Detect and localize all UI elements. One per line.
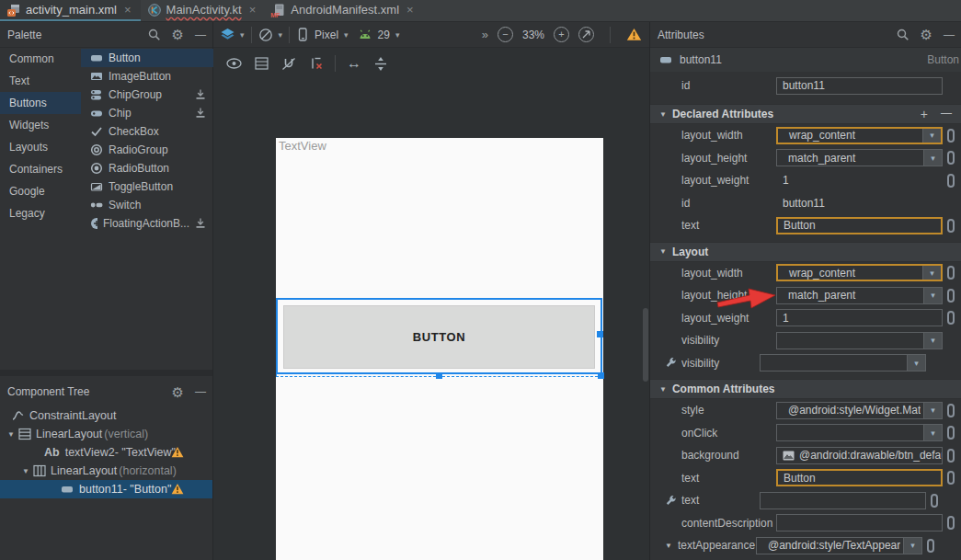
layout-height-dropdown[interactable]: match_parent▾: [776, 287, 943, 304]
chevron-down-icon[interactable]: ▼: [20, 467, 31, 475]
toolbar-overflow-icon[interactable]: »: [482, 28, 488, 41]
palette-category-legacy[interactable]: Legacy: [0, 202, 81, 224]
tab-activity-main-xml[interactable]: activity_main.xml ×: [0, 0, 141, 21]
device-artboard[interactable]: TextView BUTTON: [276, 138, 603, 560]
close-icon[interactable]: ×: [249, 3, 257, 17]
api-level-dropdown[interactable]: 29 ▾: [358, 29, 400, 41]
background-input[interactable]: @android:drawable/btn_defau: [776, 447, 943, 464]
resize-handle-right[interactable]: [597, 331, 603, 337]
text-input[interactable]: Button: [776, 469, 943, 486]
tab-androidmanifest-xml[interactable]: MF AndroidManifest.xml ×: [265, 0, 422, 21]
tree-item-constraintlayout[interactable]: ConstraintLayout: [0, 406, 212, 425]
resize-handle-corner[interactable]: [598, 372, 604, 379]
canvas-button[interactable]: BUTTON: [283, 305, 595, 369]
id-input[interactable]: button11: [776, 77, 943, 95]
clear-constraints-icon[interactable]: [309, 57, 324, 70]
search-icon[interactable]: [897, 29, 910, 41]
flag-icon[interactable]: [947, 449, 955, 463]
palette-item-switch[interactable]: Switch: [81, 196, 213, 214]
tools-text-input[interactable]: [760, 492, 926, 509]
palette-category-google[interactable]: Google: [0, 180, 81, 202]
resize-handle-bottom[interactable]: [436, 372, 442, 379]
layout-width-dropdown[interactable]: wrap_content▾: [776, 127, 943, 144]
flag-icon[interactable]: [947, 471, 955, 485]
palette-item-radiogroup[interactable]: RadioGroup: [81, 141, 213, 159]
layout-weight-value[interactable]: 1: [776, 172, 943, 189]
zoom-to-fit-button[interactable]: [578, 27, 594, 42]
tree-item-linearlayout-horizontal[interactable]: ▼ LinearLayout(horizontal): [0, 462, 212, 480]
flag-icon[interactable]: [947, 516, 955, 530]
flag-icon[interactable]: [931, 494, 938, 508]
text-appearance-dropdown[interactable]: @android:style/TextAppear▾: [756, 537, 922, 554]
search-icon[interactable]: [148, 29, 161, 41]
minimize-icon[interactable]: —: [195, 29, 205, 41]
palette-item-radiobutton[interactable]: RadioButton: [81, 159, 213, 177]
flag-icon[interactable]: [947, 266, 955, 280]
palette-item-imagebutton[interactable]: ImageButton: [81, 67, 213, 86]
flag-icon[interactable]: [947, 151, 955, 165]
text-input[interactable]: Button: [776, 217, 943, 234]
autoconnect-off-icon[interactable]: [281, 57, 296, 71]
palette-item-chip[interactable]: Chip: [81, 104, 213, 122]
palette-category-text[interactable]: Text: [0, 70, 81, 92]
palette-item-floatingactionbutton[interactable]: FloatingActionB...: [81, 214, 213, 233]
flag-icon[interactable]: [947, 426, 955, 440]
palette-item-button[interactable]: Button: [81, 49, 213, 67]
close-icon[interactable]: ×: [406, 3, 414, 17]
visibility-dropdown[interactable]: ▾: [776, 332, 943, 349]
close-icon[interactable]: ×: [124, 3, 132, 17]
section-layout[interactable]: ▼ Layout: [650, 242, 961, 262]
content-description-input[interactable]: [776, 514, 943, 531]
layout-height-dropdown[interactable]: match_parent▾: [776, 149, 943, 166]
canvas-scrollbar[interactable]: [643, 308, 648, 382]
gear-icon[interactable]: ⚙: [921, 28, 932, 41]
zoom-out-button[interactable]: −: [498, 27, 513, 42]
layout-width-dropdown[interactable]: wrap_content▾: [776, 264, 943, 281]
palette-category-layouts[interactable]: Layouts: [0, 136, 81, 158]
flag-icon[interactable]: [947, 219, 955, 233]
linear-mode-icon[interactable]: [255, 57, 269, 70]
device-dropdown[interactable]: Pixel ▾: [296, 28, 349, 41]
flag-icon[interactable]: [947, 174, 955, 188]
orientation-dropdown[interactable]: ▾: [258, 28, 283, 42]
palette-item-togglebutton[interactable]: ToggleButton: [81, 177, 213, 196]
palette-item-chipgroup[interactable]: ChipGroup: [81, 86, 213, 104]
zoom-in-button[interactable]: +: [554, 27, 569, 42]
flag-icon[interactable]: [947, 289, 955, 303]
chevron-down-icon[interactable]: ▼: [6, 430, 17, 439]
tools-visibility-dropdown[interactable]: ▾: [760, 354, 926, 371]
tree-item-linearlayout-vertical[interactable]: ▼ LinearLayout(vertical): [0, 425, 212, 443]
id-value[interactable]: button11: [776, 194, 943, 211]
pack-distribute-icon[interactable]: [374, 57, 387, 71]
layout-mode-dropdown[interactable]: ▾: [221, 29, 245, 40]
style-dropdown[interactable]: @android:style/Widget.Mat▾: [776, 402, 943, 419]
flag-icon[interactable]: [947, 404, 955, 417]
tab-mainactivity-kt[interactable]: MainActivity.kt ×: [141, 0, 266, 21]
palette-category-buttons[interactable]: Buttons: [0, 92, 81, 114]
palette-item-checkbox[interactable]: CheckBox: [81, 122, 213, 141]
minimize-icon[interactable]: —: [944, 29, 954, 41]
tree-item-textview2[interactable]: Ab textView2- "TextView": [0, 443, 212, 462]
layout-weight-input[interactable]: 1: [776, 309, 943, 326]
section-common-attributes[interactable]: ▼ Common Attributes: [650, 379, 961, 399]
flag-icon[interactable]: [947, 311, 955, 325]
warning-icon[interactable]: [626, 28, 642, 41]
palette-category-containers[interactable]: Containers: [0, 158, 81, 180]
add-attribute-button[interactable]: +: [921, 107, 928, 121]
component-name: button11: [680, 53, 722, 66]
default-margins-icon[interactable]: ↔: [347, 55, 361, 72]
flag-icon[interactable]: [947, 129, 955, 143]
gear-icon[interactable]: ⚙: [172, 28, 184, 41]
minimize-icon[interactable]: —: [195, 385, 205, 398]
palette-category-common[interactable]: Common: [0, 48, 81, 70]
section-declared-attributes[interactable]: ▼ Declared Attributes + —: [650, 104, 961, 124]
onclick-dropdown[interactable]: ▾: [776, 424, 943, 441]
canvas-textview[interactable]: TextView: [279, 139, 326, 153]
palette-category-widgets[interactable]: Widgets: [0, 114, 81, 136]
gear-icon[interactable]: ⚙: [172, 385, 184, 399]
chevron-down-icon[interactable]: ▼: [665, 542, 678, 550]
remove-attribute-button[interactable]: —: [941, 107, 952, 121]
view-options-icon[interactable]: [226, 58, 242, 69]
tree-item-button11[interactable]: button11- "Button": [0, 480, 212, 498]
flag-icon[interactable]: [927, 539, 934, 553]
